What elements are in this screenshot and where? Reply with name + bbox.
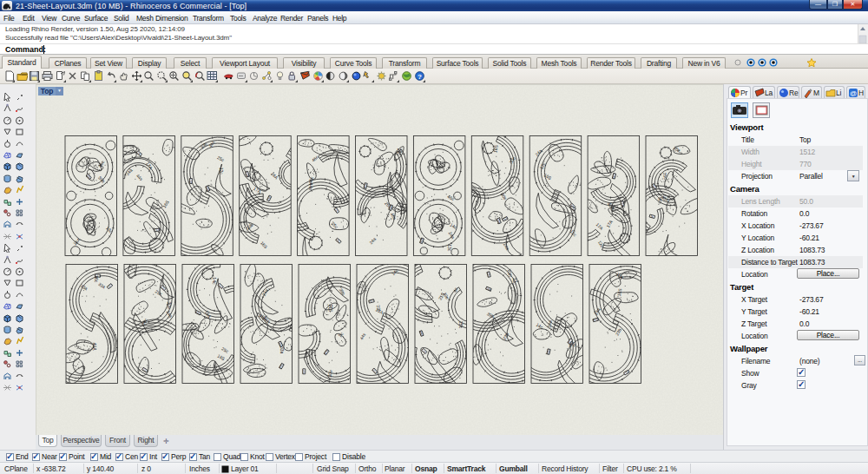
svg-text:13c: 13c	[447, 244, 452, 252]
svg-text:14c: 14c	[212, 277, 217, 285]
svg-text:25c: 25c	[458, 321, 464, 329]
svg-text:40A: 40A	[92, 343, 97, 352]
svg-text:12c: 12c	[219, 168, 224, 175]
svg-text:30e: 30e	[167, 302, 172, 310]
svg-text:25c: 25c	[397, 148, 402, 156]
svg-text:@: @	[850, 89, 857, 97]
svg-text:17A: 17A	[188, 178, 192, 184]
svg-text:21S: 21S	[328, 305, 333, 313]
svg-text:12c: 12c	[302, 369, 306, 374]
svg-text:12c: 12c	[512, 278, 517, 286]
svg-text:12c: 12c	[154, 227, 159, 232]
svg-text:?: ?	[418, 73, 422, 81]
svg-text:44s: 44s	[308, 183, 313, 191]
